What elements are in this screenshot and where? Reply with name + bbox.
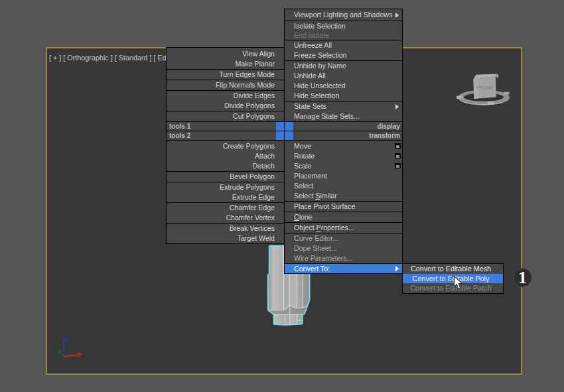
svg-text:FRONT: FRONT xyxy=(476,86,494,90)
